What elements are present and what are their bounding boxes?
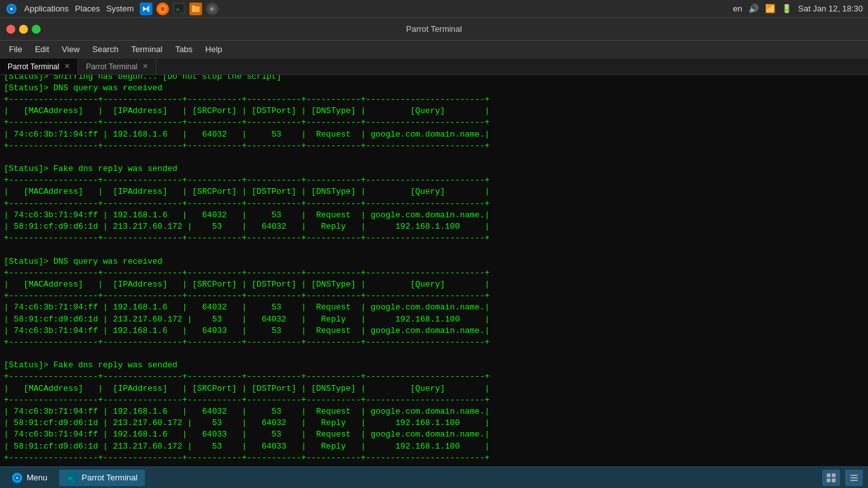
taskbar-right: en 🔊 📶 🔋 Sat Jan 12, 18:30	[733, 4, 863, 13]
menu-button[interactable]: Menu	[5, 470, 54, 486]
bottom-icon-2[interactable]	[845, 470, 863, 486]
network-icon[interactable]: 📶	[765, 4, 775, 13]
line-status-fake-1: [Status]> Fake dns reply was sended	[4, 163, 864, 175]
line-status-dns-2: [Status]> DNS query was received	[4, 256, 864, 268]
line-status-dns-1: [Status]> DNS query was received	[4, 83, 864, 94]
terminal-taskbar-icon[interactable]: >_	[173, 3, 186, 15]
minimize-button[interactable]	[19, 25, 28, 34]
table-row-2-2: | 58:91:cf:d9:d6:1d | 213.217.60.172 | 5…	[4, 221, 864, 233]
svg-text:❖: ❖	[210, 6, 214, 12]
svg-rect-16	[827, 473, 831, 477]
menu-search[interactable]: Search	[87, 43, 123, 55]
tab-1-label: Parrot Terminal	[86, 62, 137, 71]
datetime-display: Sat Jan 12, 18:30	[798, 4, 863, 13]
menu-button-label: Menu	[27, 473, 48, 482]
table-sep-2b: +------------------+----------------+---…	[4, 198, 864, 210]
terminal-bottom-icon: >_	[67, 472, 78, 484]
tab-0[interactable]: Parrot Terminal ✕	[0, 58, 78, 74]
parrot-logo-icon[interactable]	[5, 3, 18, 15]
firefox-icon[interactable]	[156, 3, 169, 15]
menu-file[interactable]: File	[4, 43, 27, 55]
menu-edit[interactable]: Edit	[30, 43, 54, 55]
table-row-3-2: | 58:91:cf:d9:d6:1d | 213.217.60.172 | 5…	[4, 314, 864, 325]
terminal-window: Parrot Terminal File Edit View Search Te…	[0, 18, 868, 466]
bottom-icon-1[interactable]	[822, 470, 840, 486]
app-icon[interactable]: ❖	[206, 3, 219, 15]
table-sep-3b: +------------------+----------------+---…	[4, 290, 864, 302]
maximize-button[interactable]	[32, 25, 41, 34]
table-header-2: | [MACAddress] | [IPAddress] | [SRCPort]…	[4, 186, 864, 198]
table-sep-1a: +------------------+----------------+---…	[4, 94, 864, 105]
terminal-content[interactable]: [Python-version]> 2.7 [Always says]> You…	[0, 75, 868, 466]
table-sep-3a: +------------------+----------------+---…	[4, 268, 864, 279]
svg-rect-17	[832, 473, 836, 477]
menu-help[interactable]: Help	[200, 43, 227, 55]
system-menu[interactable]: System	[106, 4, 133, 13]
table-header-4: | [MACAddress] | [IPAddress] | [SRCPort]…	[4, 383, 864, 395]
vscode-icon[interactable]	[140, 3, 153, 15]
bottom-taskbar: Menu >_ Parrot Terminal	[0, 466, 868, 488]
table-sep-4c: +------------------+----------------+---…	[4, 452, 864, 464]
window-controls	[6, 25, 41, 34]
table-row-4-3: | 74:c6:3b:71:94:ff | 192.168.1.6 | 6403…	[4, 429, 864, 440]
menu-terminal[interactable]: Terminal	[126, 43, 168, 55]
tab-1[interactable]: Parrot Terminal ✕	[78, 58, 156, 74]
language-indicator: en	[733, 4, 742, 13]
table-sep-2c: +------------------+----------------+---…	[4, 233, 864, 244]
table-sep-2a: +------------------+----------------+---…	[4, 175, 864, 186]
table-header-3: | [MACAddress] | [IPAddress] | [SRCPort]…	[4, 279, 864, 290]
table-row-1-1: | 74:c6:3b:71:94:ff | 192.168.1.6 | 6403…	[4, 129, 864, 140]
svg-point-13	[17, 477, 18, 478]
window-title: Parrot Terminal	[406, 24, 462, 34]
close-button[interactable]	[6, 25, 15, 34]
svg-point-4	[161, 7, 165, 11]
svg-rect-21	[850, 477, 858, 478]
tab-0-close[interactable]: ✕	[64, 62, 70, 71]
terminal-app-label: Parrot Terminal	[82, 473, 138, 482]
table-sep-1b: +------------------+----------------+---…	[4, 117, 864, 128]
svg-rect-22	[850, 480, 858, 481]
table-sep-1c: +------------------+----------------+---…	[4, 140, 864, 152]
top-taskbar: Applications Places System >_ ❖	[0, 0, 868, 18]
menu-tabs[interactable]: Tabs	[170, 43, 198, 55]
svg-rect-20	[850, 475, 858, 476]
table-row-4-4: | 58:91:cf:d9:d6:1d | 213.217.60.172 | 5…	[4, 441, 864, 452]
line-blank-4	[4, 348, 864, 360]
tab-bar: Parrot Terminal ✕ Parrot Terminal ✕	[0, 58, 868, 75]
svg-point-2	[10, 8, 13, 10]
table-row-3-1: | 74:c6:3b:71:94:ff | 192.168.1.6 | 6403…	[4, 302, 864, 313]
svg-rect-18	[827, 478, 831, 482]
table-sep-3c: +------------------+----------------+---…	[4, 337, 864, 348]
svg-rect-8	[192, 6, 195, 7]
parrot-bottom-icon	[11, 472, 23, 484]
table-sep-4b: +------------------+----------------+---…	[4, 395, 864, 406]
svg-text:>_: >_	[68, 475, 76, 482]
menu-bar: File Edit View Search Terminal Tabs Help	[0, 41, 868, 58]
svg-rect-7	[192, 6, 200, 12]
terminal-app-button[interactable]: >_ Parrot Terminal	[59, 470, 146, 486]
table-row-4-2: | 58:91:cf:d9:d6:1d | 213.217.60.172 | 5…	[4, 417, 864, 429]
line-blank-2	[4, 152, 864, 163]
table-sep-4a: +------------------+----------------+---…	[4, 371, 864, 383]
volume-icon[interactable]: 🔊	[749, 4, 759, 13]
svg-text:>_: >_	[176, 6, 183, 13]
places-menu[interactable]: Places	[75, 4, 100, 13]
battery-icon[interactable]: 🔋	[782, 4, 792, 13]
svg-rect-19	[832, 478, 836, 482]
title-bar: Parrot Terminal	[0, 18, 868, 41]
table-header-1: | [MACAddress] | [IPAddress] | [SRCPort]…	[4, 105, 864, 117]
tab-1-close[interactable]: ✕	[142, 62, 148, 71]
line-blank-3	[4, 244, 864, 255]
bottom-right-icons	[822, 470, 863, 486]
files-icon[interactable]	[189, 3, 202, 15]
line-status-sniffing: [Status]> Sniffing has begun... [Do not …	[4, 75, 864, 83]
table-row-2-1: | 74:c6:3b:71:94:ff | 192.168.1.6 | 6403…	[4, 210, 864, 221]
tab-0-label: Parrot Terminal	[8, 62, 59, 71]
menu-view[interactable]: View	[57, 43, 85, 55]
line-status-fake-2: [Status]> Fake dns reply was sended	[4, 360, 864, 371]
table-row-4-1: | 74:c6:3b:71:94:ff | 192.168.1.6 | 6403…	[4, 406, 864, 417]
applications-menu[interactable]: Applications	[24, 4, 69, 13]
table-row-3-3: | 74:c6:3b:71:94:ff | 192.168.1.6 | 6403…	[4, 325, 864, 337]
